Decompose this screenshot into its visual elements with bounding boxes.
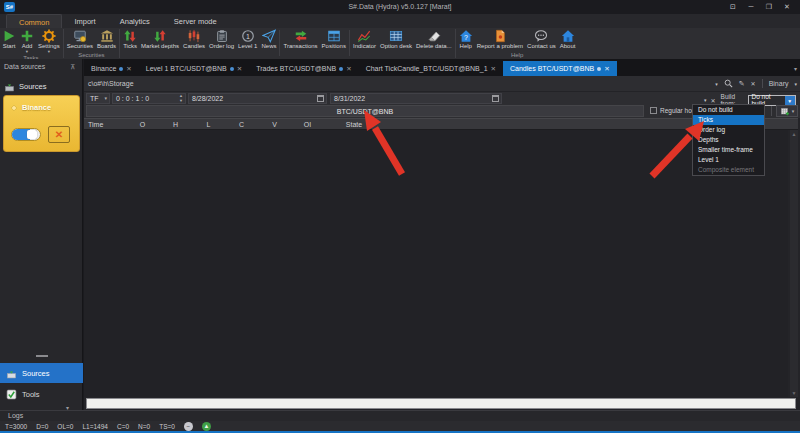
pin-window-icon[interactable]: ⊡ — [726, 2, 740, 12]
close-icon[interactable]: ✕ — [237, 65, 242, 73]
ribbon-tab-analytics[interactable]: Analytics — [108, 14, 162, 28]
doc-tab-binance[interactable]: Binance✕ — [84, 61, 139, 76]
doc-tab-candles[interactable]: Candles BTC/USDT@BNB✕ — [503, 61, 617, 76]
security-field[interactable]: BTC/USDT@BNB — [86, 105, 644, 117]
tab-overflow-icon[interactable]: ▾ — [794, 65, 797, 72]
group-separator — [119, 29, 120, 58]
news-button[interactable]: News — [259, 29, 278, 50]
dropdown-option-ticks[interactable]: Ticks — [693, 115, 764, 125]
chevron-down-icon: ▼ — [785, 96, 795, 105]
dropdown-option-level1[interactable]: Level 1 — [693, 155, 764, 165]
spinner-arrows-icon[interactable]: ▲▼ — [179, 94, 183, 103]
ribbon-tab-server-mode[interactable]: Server mode — [162, 14, 229, 28]
ribbon-tab-import[interactable]: Import — [62, 14, 107, 28]
start-button[interactable]: Start — [0, 29, 18, 50]
timeframe-select[interactable]: TF ▾ — [86, 93, 110, 104]
minimize-button[interactable]: ─ — [744, 2, 758, 12]
doc-tab-trades[interactable]: Trades BTC/USDT@BNB✕ — [249, 61, 358, 76]
column-header[interactable]: O — [126, 119, 159, 129]
boards-button[interactable]: Boards — [95, 29, 118, 50]
about-icon — [561, 29, 575, 43]
positions-button[interactable]: Positions — [320, 29, 348, 50]
search-icon[interactable] — [724, 79, 733, 88]
help-button[interactable]: ? Help — [457, 29, 475, 50]
scroll-up-icon[interactable]: ▲ — [790, 131, 798, 137]
close-button[interactable]: ✕ — [780, 2, 794, 12]
close-icon[interactable]: ✕ — [346, 65, 351, 73]
column-header[interactable]: Time — [84, 119, 126, 129]
doc-tab-chart[interactable]: Chart TickCandle_BTC/USDT@BNB_1✕ — [359, 61, 503, 76]
timeframe-value-spinner[interactable]: 0 : 0 : 1 : 0 ▲▼ — [112, 93, 186, 104]
date-from-field[interactable]: 8/28/2022 — [188, 93, 327, 104]
contact-us-button[interactable]: Contact us — [525, 29, 558, 50]
report-problem-button[interactable]: Report a problem — [475, 29, 525, 50]
clear-icon[interactable]: ✕ — [751, 80, 756, 87]
dropdown-option-composite-element[interactable]: Composite element — [693, 165, 764, 175]
column-header[interactable]: V — [258, 119, 291, 129]
transactions-button[interactable]: Transactions — [281, 29, 319, 50]
close-icon[interactable]: ✕ — [126, 65, 131, 73]
ribbon-tab-bar: Common Import Analytics Server mode — [0, 14, 800, 28]
level1-icon: 1 — [241, 29, 255, 43]
tab-status-dot-icon — [339, 67, 343, 71]
vertical-scrollbar[interactable]: ▲ ▼ — [790, 130, 798, 397]
calendar-icon[interactable] — [317, 95, 324, 102]
column-header[interactable]: State — [324, 119, 384, 129]
column-header[interactable]: C — [225, 119, 258, 129]
ribbon-group-tasks: Start Add ▾ Settings ▾ Tasks — [0, 28, 62, 59]
scroll-down-icon[interactable]: ▼ — [790, 390, 798, 396]
binance-enabled-toggle[interactable] — [11, 128, 41, 141]
group-separator — [63, 29, 64, 58]
running-status-icon[interactable]: ▲ — [202, 422, 211, 431]
clear-icon[interactable]: ✕ — [711, 97, 716, 104]
add-button[interactable]: Add ▾ — [18, 29, 36, 54]
chevron-down-icon[interactable]: ▾ — [704, 97, 707, 103]
option-desk-button[interactable]: Option desk — [378, 29, 414, 50]
sidebar-item-tools[interactable]: Tools — [0, 384, 83, 404]
storage-format-select[interactable]: Binary — [769, 80, 789, 87]
market-depths-button[interactable]: Market depths — [139, 29, 181, 50]
close-icon[interactable]: ✕ — [604, 65, 609, 73]
dropdown-option-depths[interactable]: Depths — [693, 135, 764, 145]
order-log-button[interactable]: Order log — [207, 29, 236, 50]
indicator-button[interactable]: Indicator — [351, 29, 378, 50]
sidebar-item-sources[interactable]: Sources — [0, 363, 83, 383]
edit-icon[interactable]: ✎ — [739, 80, 745, 88]
calendar-icon[interactable] — [492, 95, 499, 102]
settings-button[interactable]: Settings ▾ — [36, 29, 62, 54]
status-depths-count: D=0 — [36, 423, 48, 430]
column-header[interactable]: OI — [291, 119, 324, 129]
date-to-field[interactable]: 8/31/2022 — [330, 93, 502, 104]
chevron-down-icon[interactable]: ▾ — [715, 81, 718, 87]
path-row-controls: ▾ ✎ ✕ Binary ▾ — [715, 79, 797, 88]
dropdown-option-smaller-time-frame[interactable]: Smaller time-frame — [693, 145, 764, 155]
close-icon[interactable]: ✕ — [491, 65, 496, 73]
splitter-handle[interactable] — [36, 355, 48, 357]
securities-button[interactable]: Securities — [65, 29, 95, 50]
indicator-icon — [357, 29, 371, 43]
level1-button[interactable]: 1 Level 1 — [236, 29, 259, 50]
dropdown-option-order-log[interactable]: Order log — [693, 125, 764, 135]
binance-remove-button[interactable]: ✕ — [48, 126, 70, 143]
about-button[interactable]: About — [558, 29, 578, 50]
bottom-summary-bar — [86, 398, 796, 409]
pause-status-icon[interactable]: − — [184, 422, 193, 431]
doc-tab-level1[interactable]: Level 1 BTC/USDT@BNB✕ — [139, 61, 249, 76]
export-button[interactable]: ▾ — [776, 105, 798, 117]
column-header[interactable]: L — [192, 119, 225, 129]
ticks-button[interactable]: Ticks — [121, 29, 139, 50]
storage-path: c\o#\h\Storage — [88, 80, 134, 87]
tab-status-dot-icon — [597, 67, 601, 71]
candles-button[interactable]: Candles — [181, 29, 207, 50]
restore-button[interactable]: ❐ — [762, 2, 776, 12]
delete-data-button[interactable]: Delete data... — [414, 29, 454, 50]
ribbon-tab-common[interactable]: Common — [6, 14, 62, 28]
sources-group-header[interactable]: Sources — [4, 80, 80, 93]
securities-icon — [73, 29, 87, 43]
news-icon — [262, 29, 276, 43]
logs-panel-header[interactable]: Logs — [0, 410, 800, 421]
pin-icon[interactable]: ⊼ — [70, 63, 75, 71]
column-header[interactable]: H — [159, 119, 192, 129]
dropdown-option-do-not-build[interactable]: Do not build — [693, 105, 764, 115]
chevron-down-icon[interactable]: ▾ — [794, 81, 797, 87]
